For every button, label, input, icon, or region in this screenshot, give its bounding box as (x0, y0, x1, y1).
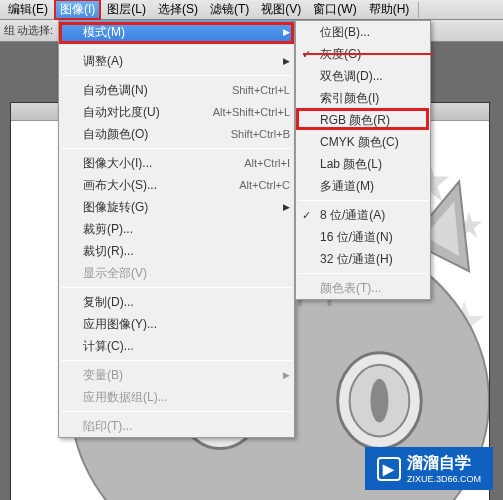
menu-item-image-size[interactable]: 图像大小(I)...Alt+Ctrl+I (59, 152, 294, 174)
check-icon: ✓ (302, 209, 311, 222)
menu-item-calculations[interactable]: 计算(C)... (59, 335, 294, 357)
menu-separator (61, 75, 292, 76)
watermark-url: ZIXUE.3D66.COM (407, 474, 481, 484)
menu-item-reveal-all: 显示全部(V) (59, 262, 294, 284)
menu-item-trim[interactable]: 裁切(R)... (59, 240, 294, 262)
mode-lab[interactable]: Lab 颜色(L) (296, 153, 430, 175)
menu-item-adjustments[interactable]: 调整(A)▶ (59, 50, 294, 72)
toolbar-select-label: 动选择: (17, 23, 53, 38)
mode-submenu-dropdown: 位图(B)... ✓ 灰度(G) 双色调(D)... 索引颜色(I) RGB 颜… (295, 20, 431, 300)
menu-view[interactable]: 视图(V) (255, 0, 307, 20)
annotation-underline-grayscale (303, 53, 433, 55)
menu-item-duplicate[interactable]: 复制(D)... (59, 291, 294, 313)
menubar: 编辑(E) 图像(I) 图层(L) 选择(S) 滤镜(T) 视图(V) 窗口(W… (0, 0, 503, 20)
menu-select[interactable]: 选择(S) (152, 0, 204, 20)
menu-item-crop[interactable]: 裁剪(P)... (59, 218, 294, 240)
mode-multichannel[interactable]: 多通道(M) (296, 175, 430, 197)
menu-filter[interactable]: 滤镜(T) (204, 0, 255, 20)
watermark-title: 溜溜自学 (407, 454, 471, 471)
menu-item-auto-color[interactable]: 自动颜色(O)Shift+Ctrl+B (59, 123, 294, 145)
menu-item-auto-contrast[interactable]: 自动对比度(U)Alt+Shift+Ctrl+L (59, 101, 294, 123)
menu-layer[interactable]: 图层(L) (101, 0, 152, 20)
mode-indexed[interactable]: 索引颜色(I) (296, 87, 430, 109)
menu-item-rotate[interactable]: 图像旋转(G)▶ (59, 196, 294, 218)
menu-image[interactable]: 图像(I) (54, 0, 101, 20)
mode-bitmap[interactable]: 位图(B)... (296, 21, 430, 43)
menu-separator (61, 360, 292, 361)
menu-item-trap: 陷印(T)... (59, 415, 294, 437)
submenu-arrow-icon: ▶ (283, 27, 290, 37)
menu-item-canvas-size[interactable]: 画布大小(S)...Alt+Ctrl+C (59, 174, 294, 196)
menu-separator (61, 287, 292, 288)
menu-help[interactable]: 帮助(H) (363, 0, 416, 20)
mode-cmyk[interactable]: CMYK 颜色(C) (296, 131, 430, 153)
menu-window[interactable]: 窗口(W) (307, 0, 362, 20)
mode-color-table: 颜色表(T)... (296, 277, 430, 299)
menu-item-mode[interactable]: 模式(M)▶ (59, 21, 294, 43)
mode-16bit[interactable]: 16 位/通道(N) (296, 226, 430, 248)
watermark: ▶ 溜溜自学 ZIXUE.3D66.COM (365, 447, 493, 490)
mode-duotone[interactable]: 双色调(D)... (296, 65, 430, 87)
menubar-separator (418, 2, 419, 18)
svg-point-10 (370, 379, 388, 423)
mode-32bit[interactable]: 32 位/通道(H) (296, 248, 430, 270)
menu-edit[interactable]: 编辑(E) (2, 0, 54, 20)
image-menu-dropdown: 模式(M)▶ 调整(A)▶ 自动色调(N)Shift+Ctrl+L 自动对比度(… (58, 20, 295, 438)
menu-separator (61, 411, 292, 412)
submenu-arrow-icon: ▶ (283, 202, 290, 212)
mode-8bit[interactable]: ✓ 8 位/通道(A) (296, 204, 430, 226)
menu-item-apply-image[interactable]: 应用图像(Y)... (59, 313, 294, 335)
menu-separator (298, 200, 428, 201)
menu-separator (298, 273, 428, 274)
toolbar-group-label: 组 (4, 23, 15, 38)
menu-separator (61, 148, 292, 149)
menu-item-variables: 变量(B)▶ (59, 364, 294, 386)
watermark-logo-icon: ▶ (377, 457, 401, 481)
menu-item-auto-tone[interactable]: 自动色调(N)Shift+Ctrl+L (59, 79, 294, 101)
mode-rgb[interactable]: RGB 颜色(R) (296, 109, 430, 131)
menu-separator (61, 46, 292, 47)
submenu-arrow-icon: ▶ (283, 370, 290, 380)
submenu-arrow-icon: ▶ (283, 56, 290, 66)
menu-item-apply-data: 应用数据组(L)... (59, 386, 294, 408)
